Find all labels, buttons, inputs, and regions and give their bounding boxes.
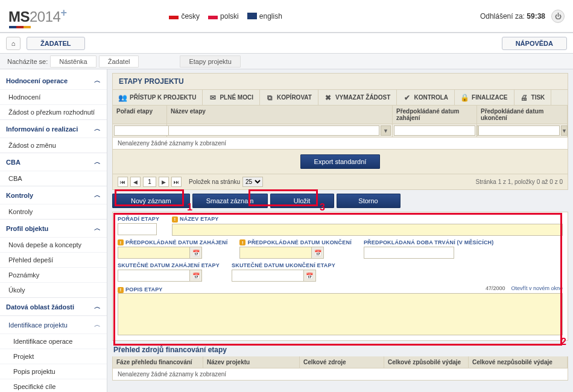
panel-toolbar: 👥PŘÍSTUP K PROJEKTU ✉PLNÉ MOCI ⧉KOPÍROVA… bbox=[112, 90, 568, 106]
name-input[interactable] bbox=[172, 224, 563, 236]
sidebar-group-hodnoceni[interactable]: Hodnocení operace︿ bbox=[0, 72, 107, 89]
breadcrumb-item[interactable]: Nástěnka bbox=[50, 55, 96, 68]
stage-form: POŘADÍ ETAPY !NÁZEV ETAPY !PŘEDPOKLÁDANÉ… bbox=[112, 212, 568, 341]
pager-next[interactable]: ▶ bbox=[159, 177, 169, 187]
grid-col[interactable]: Předpokládané datum zahájení bbox=[393, 106, 477, 124]
filter-input[interactable] bbox=[394, 125, 475, 136]
grid-col[interactable]: Celkové zdroje bbox=[300, 356, 384, 368]
sidebar-item[interactable]: Žádost o změnu bbox=[0, 138, 107, 153]
grid-col[interactable]: Celkové způsobilé výdaje bbox=[384, 356, 469, 368]
pager-first[interactable]: ⏮ bbox=[118, 177, 128, 187]
chevron-up-icon: ︿ bbox=[94, 191, 101, 200]
grid-col[interactable]: Pořadí etapy bbox=[113, 106, 167, 124]
logout-timer: Odhlášení za: 59:38 bbox=[480, 12, 545, 21]
pager-last[interactable]: ⏭ bbox=[171, 177, 182, 187]
lang-en[interactable]: english bbox=[247, 12, 282, 21]
funnel-icon[interactable]: ▼ bbox=[561, 125, 568, 136]
new-record-button[interactable]: Nový záznam bbox=[112, 194, 190, 208]
home-icon: ⌂ bbox=[11, 40, 16, 47]
cancel-button[interactable]: Storno bbox=[337, 194, 400, 208]
required-icon: ! bbox=[118, 287, 124, 293]
duration-input[interactable] bbox=[364, 247, 454, 259]
sidebar-group-identifikace[interactable]: Identifikace projektu︿ bbox=[0, 316, 107, 334]
main-content: ETAPY PROJEKTU 👥PŘÍSTUP K PROJEKTU ✉PLNÉ… bbox=[107, 69, 573, 392]
sidebar-item[interactable]: Kontroly bbox=[0, 204, 107, 219]
sidebar-item[interactable]: Žádost o přezkum rozhodnutí bbox=[0, 104, 107, 119]
grid-col[interactable]: Fáze přehledu financování bbox=[113, 356, 203, 368]
chevron-up-icon: ︿ bbox=[94, 224, 101, 233]
sidebar-item[interactable]: Popis projektu bbox=[0, 364, 107, 379]
chevron-up-icon: ︿ bbox=[94, 302, 101, 311]
pager-perpage-select[interactable]: 25 bbox=[242, 177, 263, 187]
logout-button[interactable]: ⏻ bbox=[551, 10, 565, 23]
action-row: Nový záznam Smazat záznam Uložit Storno bbox=[112, 190, 568, 212]
sidebar-item[interactable]: Úkoly bbox=[0, 282, 107, 297]
calendar-icon[interactable]: 📅 bbox=[190, 247, 202, 259]
sidebar-item[interactable]: Identifikace operace bbox=[0, 334, 107, 349]
sidebar-group-profil[interactable]: Profil objektu︿ bbox=[0, 220, 107, 237]
field-label: PŘEDPOKLÁDANÁ DOBA TRVÁNÍ (V MĚSÍCÍCH) bbox=[364, 239, 494, 245]
help-button[interactable]: NÁPOVĚDA bbox=[502, 37, 567, 50]
export-button[interactable]: Export standardní bbox=[300, 154, 381, 169]
pager-page-input[interactable] bbox=[143, 177, 156, 187]
breadcrumb-item[interactable]: Žadatel bbox=[99, 55, 139, 68]
calendar-icon[interactable]: 📅 bbox=[312, 247, 324, 259]
filter-input[interactable] bbox=[478, 125, 560, 136]
print-icon: 🖨 bbox=[521, 93, 528, 101]
sidebar-item[interactable]: CBA bbox=[0, 171, 107, 186]
applicant-button[interactable]: ŽADATEL bbox=[27, 37, 85, 50]
grid-col[interactable]: Název projektu bbox=[203, 356, 300, 368]
sidebar-group-kontroly[interactable]: Kontroly︿ bbox=[0, 186, 107, 204]
pager-prev[interactable]: ◀ bbox=[130, 177, 141, 187]
home-button[interactable]: ⌂ bbox=[6, 37, 21, 50]
toolbar-powers[interactable]: ✉PLNÉ MOCI bbox=[203, 90, 260, 105]
chevron-up-icon: ︿ bbox=[94, 157, 101, 166]
pager-perpage-label: Položek na stránku bbox=[189, 179, 240, 185]
grid-col[interactable]: Předpokládané datum ukončení bbox=[477, 106, 568, 124]
field-label: !NÁZEV ETAPY bbox=[172, 216, 563, 223]
toolbar-delete[interactable]: ✖VYMAZAT ŽÁDOST bbox=[318, 90, 397, 105]
delete-record-button[interactable]: Smazat záznam bbox=[192, 194, 268, 208]
grid-col[interactable]: Název etapy bbox=[167, 106, 393, 124]
sidebar-group-informovani[interactable]: Informování o realizaci︿ bbox=[0, 120, 107, 138]
lang-cz[interactable]: česky bbox=[169, 12, 200, 21]
toolbar-copy[interactable]: ⧉KOPÍROVAT bbox=[260, 90, 318, 105]
lang-pl[interactable]: polski bbox=[208, 12, 239, 21]
calendar-icon[interactable]: 📅 bbox=[190, 270, 202, 282]
grid-filter-row: ▼ ▼ ▼ ▼ bbox=[112, 124, 568, 138]
toolbar-print[interactable]: 🖨TISK bbox=[514, 90, 552, 105]
sidebar-item[interactable]: Specifické cíle bbox=[0, 379, 107, 392]
sidebar-group-datova[interactable]: Datová oblast žádosti︿ bbox=[0, 298, 107, 315]
calendar-icon[interactable]: 📅 bbox=[304, 270, 316, 282]
open-new-window-link[interactable]: Otevřít v novém okně bbox=[511, 285, 563, 291]
toolbar-access[interactable]: 👥PŘÍSTUP K PROJEKTU bbox=[113, 90, 203, 105]
sidebar-group-cba[interactable]: CBA︿ bbox=[0, 153, 107, 171]
subgrid-empty-message: Nenalezeny žádné záznamy k zobrazení bbox=[112, 368, 568, 381]
sidebar-item[interactable]: Přehled depeší bbox=[0, 252, 107, 267]
grid-col[interactable]: Celkové nezpůsobilé výdaje bbox=[469, 356, 568, 368]
funnel-icon[interactable]: ▼ bbox=[381, 125, 391, 136]
filter-input[interactable] bbox=[168, 125, 379, 136]
start-real-input[interactable] bbox=[118, 270, 190, 282]
panel-title: ETAPY PROJEKTU bbox=[112, 73, 568, 90]
flag-cz-icon bbox=[169, 13, 179, 19]
toolbar-finalize[interactable]: 🔒FINALIZACE bbox=[455, 90, 514, 105]
annotation-number-1: 1 bbox=[187, 202, 192, 213]
order-input[interactable] bbox=[118, 223, 157, 235]
toolbar-check[interactable]: ✔KONTROLA bbox=[397, 90, 455, 105]
required-icon: ! bbox=[172, 217, 178, 223]
chevron-up-icon: ︿ bbox=[94, 124, 101, 133]
sidebar-item[interactable]: Projekt bbox=[0, 349, 107, 364]
grid-header: Pořadí etapy Název etapy Předpokládané d… bbox=[112, 106, 568, 124]
annotation-number-2: 2 bbox=[561, 337, 566, 347]
sidebar-item[interactable]: Hodnocení bbox=[0, 89, 107, 104]
end-plan-input[interactable] bbox=[239, 247, 312, 259]
end-real-input[interactable] bbox=[232, 270, 304, 282]
required-icon: ! bbox=[118, 239, 124, 245]
export-row: Export standardní bbox=[112, 150, 568, 174]
description-textarea[interactable] bbox=[118, 293, 563, 335]
nav-bar: ⌂ ŽADATEL NÁPOVĚDA bbox=[0, 33, 573, 54]
sidebar-item[interactable]: Nová depeše a koncepty bbox=[0, 237, 107, 252]
start-plan-input[interactable] bbox=[118, 247, 190, 259]
sidebar-item[interactable]: Poznámky bbox=[0, 267, 107, 282]
